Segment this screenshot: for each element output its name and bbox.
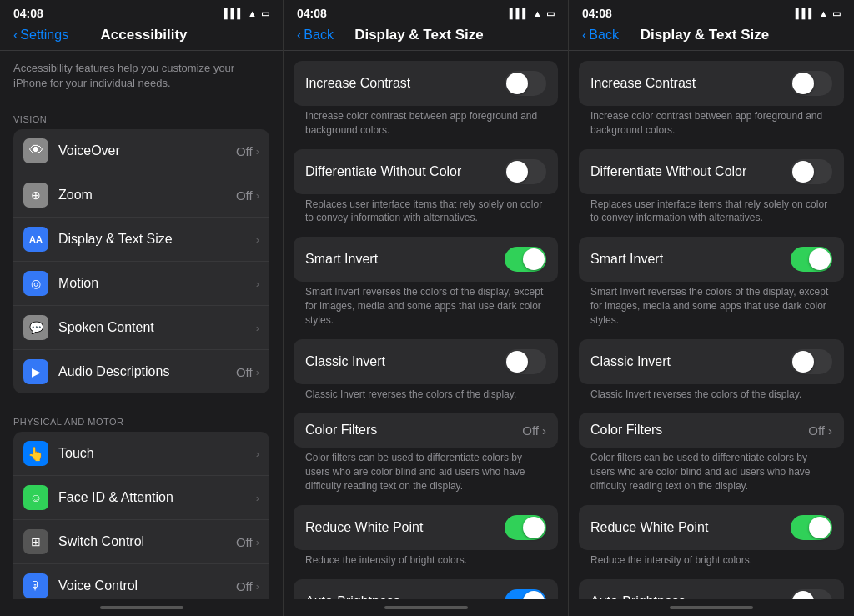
increase-contrast-block: Increase Contrast (294, 61, 558, 106)
wifi-icon: ▲ (819, 8, 828, 18)
reduce-white-toggle[interactable] (505, 515, 546, 540)
r-differentiate-toggle[interactable] (791, 159, 832, 184)
wifi-icon: ▲ (533, 8, 542, 18)
switch-label: Switch Control (58, 534, 236, 549)
back-right[interactable]: ‹ Back (582, 28, 619, 43)
chevron-back-icon: ‹ (13, 28, 18, 43)
battery-icon: ▭ (832, 8, 841, 19)
auto-brightness-block: Auto-Brightness (294, 579, 558, 599)
chevron-icon: › (256, 189, 259, 202)
home-bar (384, 606, 468, 609)
signal-icon: ▌▌▌ (224, 8, 244, 18)
left-scroll[interactable]: Accessibility features help you customiz… (0, 51, 283, 599)
menu-item-audio[interactable]: ▶ Audio Descriptions Off › (13, 350, 269, 393)
page-title-right: Display & Text Size (619, 27, 791, 43)
time-middle: 04:08 (297, 7, 327, 20)
auto-brightness-toggle[interactable] (505, 589, 546, 599)
r-auto-brightness-block: Auto-Brightness (579, 579, 844, 599)
r-reduce-white-toggle[interactable] (791, 515, 832, 540)
signal-icon: ▌▌▌ (510, 8, 529, 18)
voice-label: Voice Control (58, 578, 236, 593)
smart-invert-block: Smart Invert (294, 237, 558, 282)
home-indicator-right (569, 599, 854, 616)
chevron-icon: › (256, 145, 259, 158)
classic-invert-desc: Classic Invert reverses the colors of th… (294, 384, 558, 407)
r-reduce-white-desc: Reduce the intensity of bright colors. (579, 550, 844, 573)
r-color-filters-block: Color Filters Off › (579, 413, 844, 448)
menu-item-display[interactable]: AA Display & Text Size › (13, 218, 269, 262)
r-classic-invert-row: Classic Invert (579, 339, 844, 384)
classic-invert-block: Classic Invert (294, 339, 558, 384)
voice-icon: 🎙 (23, 573, 48, 598)
r-reduce-white-row: Reduce White Point (579, 505, 844, 550)
audio-icon: ▶ (23, 359, 48, 384)
middle-scroll[interactable]: Increase Contrast Increase color contras… (284, 51, 568, 599)
auto-brightness-row: Auto-Brightness (294, 579, 558, 599)
r-increase-contrast-block: Increase Contrast (579, 61, 844, 106)
nav-bar-left: ‹ Settings Accessibility (0, 23, 283, 50)
r-color-filters-desc: Color filters can be used to differentia… (579, 448, 844, 498)
chevron-icon: › (256, 448, 259, 460)
nav-bar-middle: ‹ Back Display & Text Size (284, 23, 568, 50)
chevron-icon: › (256, 536, 259, 548)
r-color-filters-row[interactable]: Color Filters Off › (579, 413, 844, 448)
signal-icon: ▌▌▌ (796, 8, 815, 18)
chevron-icon: › (828, 423, 832, 438)
r-smart-invert-label: Smart Invert (590, 252, 791, 267)
reduce-white-block: Reduce White Point (294, 505, 558, 550)
back-settings[interactable]: ‹ Settings (13, 28, 68, 43)
chevron-icon: › (542, 423, 546, 438)
menu-item-spoken[interactable]: 💬 Spoken Content › (13, 306, 269, 350)
classic-invert-toggle[interactable] (505, 349, 546, 374)
increase-contrast-toggle[interactable] (505, 71, 546, 96)
r-classic-invert-toggle[interactable] (791, 349, 832, 374)
battery-icon: ▭ (261, 8, 269, 19)
color-filters-row[interactable]: Color Filters Off › (294, 413, 558, 448)
increase-contrast-row: Increase Contrast (294, 61, 558, 106)
r-auto-brightness-toggle[interactable] (791, 589, 832, 599)
reduce-white-row: Reduce White Point (294, 505, 558, 550)
differentiate-label: Differentiate Without Color (305, 164, 505, 179)
right-scroll[interactable]: Increase Contrast Increase color contras… (569, 51, 854, 599)
spoken-label: Spoken Content (58, 320, 256, 335)
battery-icon: ▭ (546, 8, 555, 19)
differentiate-toggle[interactable] (505, 159, 546, 184)
zoom-label: Zoom (58, 188, 236, 203)
menu-item-motion[interactable]: ◎ Motion › (13, 262, 269, 306)
menu-item-switch[interactable]: ⊞ Switch Control Off › (13, 520, 269, 564)
zoom-icon: ⊕ (23, 183, 48, 208)
status-bar-middle: 04:08 ▌▌▌ ▲ ▭ (284, 0, 568, 23)
menu-item-touch[interactable]: 👆 Touch › (13, 432, 269, 476)
r-differentiate-block: Differentiate Without Color (579, 149, 844, 194)
status-icons-left: ▌▌▌ ▲ ▭ (224, 8, 269, 19)
time-right: 04:08 (582, 7, 612, 20)
motion-label: Motion (58, 276, 256, 291)
color-filters-block: Color Filters Off › (294, 413, 558, 448)
r-reduce-white-block: Reduce White Point (579, 505, 844, 550)
chevron-icon: › (256, 233, 259, 246)
middle-panel: 04:08 ▌▌▌ ▲ ▭ ‹ Back Display & Text Size… (284, 0, 569, 616)
menu-item-zoom[interactable]: ⊕ Zoom Off › (13, 173, 269, 218)
back-middle[interactable]: ‹ Back (297, 28, 334, 43)
time-left: 04:08 (13, 7, 43, 20)
r-smart-invert-toggle[interactable] (791, 247, 832, 272)
r-auto-brightness-row: Auto-Brightness (579, 579, 844, 599)
menu-item-voice[interactable]: 🎙 Voice Control Off › (13, 564, 269, 599)
menu-item-voiceover[interactable]: 👁 VoiceOver Off › (13, 129, 269, 173)
menu-item-faceid[interactable]: ☺ Face ID & Attention › (13, 476, 269, 520)
differentiate-row: Differentiate Without Color (294, 149, 558, 194)
differentiate-block: Differentiate Without Color (294, 149, 558, 194)
chevron-icon: › (256, 366, 259, 378)
color-filters-desc: Color filters can be used to differentia… (294, 448, 558, 498)
classic-invert-label: Classic Invert (305, 354, 505, 369)
right-panel: 04:08 ▌▌▌ ▲ ▭ ‹ Back Display & Text Size… (569, 0, 854, 616)
voiceover-icon: 👁 (23, 138, 48, 163)
r-differentiate-row: Differentiate Without Color (579, 149, 844, 194)
r-increase-contrast-toggle[interactable] (791, 71, 832, 96)
chevron-icon: › (256, 580, 259, 593)
r-smart-invert-row: Smart Invert (579, 237, 844, 282)
smart-invert-toggle[interactable] (505, 247, 546, 272)
reduce-white-label: Reduce White Point (305, 520, 505, 535)
home-indicator-middle (284, 599, 568, 616)
r-differentiate-label: Differentiate Without Color (590, 164, 791, 179)
